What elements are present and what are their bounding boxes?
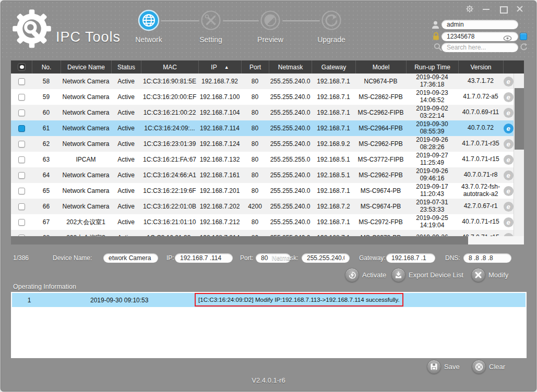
cell-model: MS-C2972-FPB — [355, 214, 406, 230]
maximize-icon[interactable] — [499, 5, 507, 13]
save-icon — [427, 360, 441, 374]
tab-upgrade[interactable]: Upgrade — [308, 9, 355, 44]
table-row[interactable]: 58 Network Camera Active 1C:C3:16:90:81:… — [11, 74, 514, 89]
horizontal-scrollbar-thumb[interactable] — [11, 236, 468, 244]
cell-model: MS-C2962-FPB — [355, 136, 406, 152]
browser-icon[interactable]: e — [504, 108, 514, 118]
minimize-icon[interactable] — [482, 5, 491, 13]
cell-device-name: Network Camera — [61, 105, 111, 120]
cell-device-name: IPCAM — [61, 152, 111, 167]
cell-status: Active — [111, 214, 141, 230]
row-checkbox[interactable] — [18, 172, 25, 179]
ip-field[interactable] — [175, 253, 233, 263]
cell-mac: 1C:C3:16:21:FA:67 — [141, 152, 198, 167]
row-checkbox[interactable] — [18, 156, 25, 163]
cell-no: 66 — [32, 199, 61, 214]
vertical-scrollbar-thumb[interactable] — [515, 88, 524, 150]
column-header-no[interactable]: No. — [32, 60, 61, 74]
table-row[interactable]: 65 Network Camera Active 1C:C3:16:22:19:… — [11, 183, 514, 199]
table-row[interactable]: 64 Network Camera Active 1C:C3:16:24:66:… — [11, 167, 514, 183]
column-header-mac[interactable]: MAC — [141, 60, 198, 74]
table-row[interactable]: 63 IPCAM Active 1C:C3:16:21:FA:67 192.16… — [11, 152, 514, 167]
browser-icon[interactable]: e — [504, 77, 514, 87]
search-input[interactable] — [441, 43, 518, 52]
cell-status: Active — [111, 74, 141, 89]
tab-setting[interactable]: Setting — [187, 9, 234, 44]
table-row-clipped[interactable]: 68 202大会议室3 Active 1C:C3:16:21:33: 192.1… — [11, 230, 514, 236]
table-row[interactable]: 60 Network Camera Active 1C:C3:16:21:00:… — [11, 105, 514, 120]
table-row[interactable]: 67 202大会议室1 Active 1C:C3:16:21:01:10 192… — [11, 214, 514, 230]
table-row[interactable]: 62 Network Camera Active 1C:C3:16:23:01:… — [11, 136, 514, 152]
cell-runup-date: 2019-09-27 — [416, 152, 448, 160]
cell-no: 60 — [32, 105, 61, 120]
browser-icon[interactable]: e — [504, 124, 514, 133]
row-checkbox[interactable] — [18, 188, 25, 194]
save-button[interactable]: Save — [427, 360, 460, 374]
username-input[interactable] — [441, 20, 518, 29]
browser-icon[interactable]: e — [504, 186, 514, 196]
close-icon[interactable] — [516, 5, 524, 13]
browser-icon[interactable]: e — [504, 170, 514, 180]
cell-mac: 1C:C3:16:90:81:5E — [141, 74, 198, 89]
cell-ip: 192.168.7.201 — [198, 183, 241, 199]
column-header-ip[interactable]: IP▲ — [198, 60, 241, 74]
column-header-gateway[interactable]: Gateway — [312, 60, 355, 74]
clear-label: Clear — [489, 363, 505, 371]
cell-port: 80 — [241, 167, 269, 183]
browser-icon[interactable]: e — [504, 217, 514, 227]
cell-ip: 192.168.7.132 — [198, 152, 241, 167]
browser-icon[interactable]: e — [504, 92, 514, 102]
export-label: Export Device List — [409, 271, 463, 279]
cell-runup-date: 2019-09-17 — [416, 183, 448, 191]
modify-label: Modify — [488, 271, 508, 279]
table-row-selected[interactable]: 61 Network Camera Active 1C:C3:16:24:09:… — [11, 120, 514, 136]
row-checkbox[interactable] — [18, 78, 25, 85]
activate-button[interactable]: Activate — [345, 268, 386, 282]
row-checkbox-checked[interactable] — [18, 125, 25, 132]
export-device-list-button[interactable]: Export Device List — [391, 268, 463, 282]
column-header-model[interactable]: Model — [355, 60, 406, 74]
activate-label: Activate — [362, 271, 386, 279]
cell-gateway: 192.168.7.1 — [312, 214, 355, 230]
cell-runup-time: 11:20:43 — [420, 191, 444, 198]
settings-gear-icon[interactable] — [466, 5, 474, 13]
modify-button[interactable]: Modify — [471, 268, 508, 282]
row-checkbox[interactable] — [18, 219, 25, 226]
table-header: No. Device Name Status MAC IP▲ Port Netm… — [11, 60, 524, 74]
row-checkbox[interactable] — [18, 94, 25, 101]
cell-port: 80 — [241, 230, 269, 236]
browser-icon[interactable]: e — [504, 139, 514, 149]
column-header-netmask[interactable]: Netmask — [269, 60, 312, 74]
cell-status: Active — [111, 152, 141, 167]
dns-field[interactable] — [463, 253, 511, 263]
clear-button[interactable]: Clear — [472, 360, 505, 374]
column-header-version[interactable]: Version — [458, 60, 503, 74]
row-checkbox[interactable] — [18, 141, 25, 148]
tab-network[interactable]: Network — [125, 9, 172, 44]
row-checkbox[interactable] — [18, 203, 25, 210]
column-header-runup[interactable]: Run-up Time — [406, 60, 458, 74]
gateway-field[interactable] — [386, 253, 435, 263]
tab-preview-label: Preview — [247, 35, 294, 44]
column-header-port[interactable]: Port — [241, 60, 269, 74]
browser-icon[interactable]: e — [504, 155, 514, 165]
device-name-field[interactable] — [103, 253, 158, 263]
column-header-device-name[interactable]: Device Name — [61, 60, 111, 74]
column-header-status[interactable]: Status — [111, 60, 141, 74]
log-row[interactable]: 1 2019-09-30 09:10:53 [1C:C3:16:24:09:D2… — [12, 293, 526, 307]
netmask-field[interactable] — [302, 253, 350, 263]
table-row[interactable]: 66 Network Camera Active 1C:C3:16:22:01:… — [11, 199, 514, 214]
cell-no: 59 — [32, 89, 61, 105]
tab-preview[interactable]: Preview — [247, 9, 294, 44]
remember-password-checkbox[interactable] — [520, 33, 527, 40]
show-password-eye-icon[interactable] — [503, 34, 512, 43]
table-row[interactable]: 59 Network Camera Active 1C:C3:16:20:00:… — [11, 89, 514, 105]
cell-gateway: 192.168.7.1 — [312, 74, 355, 89]
tab-network-label: Network — [125, 35, 172, 44]
browser-icon[interactable]: e — [504, 202, 514, 212]
refresh-icon[interactable] — [520, 43, 528, 53]
row-checkbox[interactable] — [18, 109, 25, 116]
cell-gateway: 192.168.7.1 — [312, 89, 355, 105]
cell-runup-time: 08:28:26 — [420, 144, 445, 151]
select-all-checkbox[interactable] — [18, 63, 26, 71]
